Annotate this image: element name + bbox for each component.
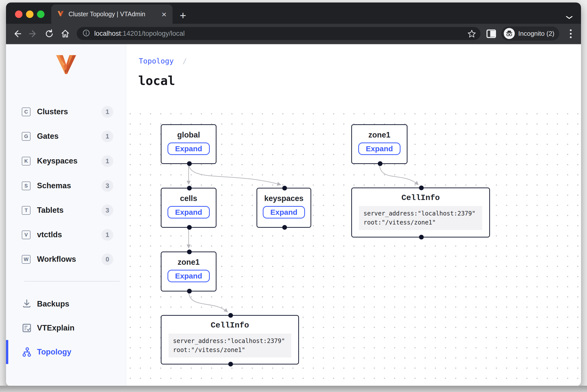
- workflows-letter-icon: W: [22, 255, 30, 264]
- tab-close-icon[interactable]: ×: [162, 10, 166, 18]
- kebab-menu-icon[interactable]: [563, 26, 579, 42]
- count-badge: 1: [102, 155, 113, 167]
- close-window-button[interactable]: [15, 10, 22, 18]
- tab-title: Cluster Topology | VTAdmin: [68, 10, 157, 18]
- expand-button[interactable]: Expand: [358, 142, 400, 155]
- handle-bottom: [419, 235, 424, 240]
- zoom-window-button[interactable]: [37, 10, 44, 18]
- sidebar: C Clusters 1 G Gates 1 K Keyspaces 1 S S…: [6, 44, 126, 386]
- handle-bottom: [187, 289, 192, 294]
- count-badge: 1: [102, 229, 113, 241]
- expand-button[interactable]: Expand: [168, 206, 210, 218]
- handle-top: [282, 186, 287, 190]
- incognito-icon: [504, 28, 515, 39]
- breadcrumb: Topology /: [139, 57, 187, 65]
- tablets-letter-icon: T: [22, 206, 30, 215]
- reload-icon[interactable]: [41, 26, 57, 42]
- url-host: localhost: [94, 30, 121, 37]
- side-panel-icon[interactable]: [483, 26, 499, 42]
- handle-bottom: [187, 161, 192, 166]
- sidebar-item-backups[interactable]: Backups: [6, 292, 126, 316]
- sidebar-item-clusters[interactable]: C Clusters 1: [6, 100, 126, 124]
- node-keyspaces[interactable]: keyspaces Expand: [256, 188, 311, 228]
- sidebar-item-topology[interactable]: Topology: [6, 340, 126, 364]
- vtctlds-letter-icon: V: [22, 230, 30, 239]
- node-cellinfo-bottom[interactable]: CellInfo server_address:"localhost:2379"…: [161, 315, 299, 364]
- handle-top: [419, 186, 424, 190]
- handle-bottom: [378, 161, 382, 166]
- handle-top: [187, 250, 192, 254]
- incognito-badge[interactable]: Incognito (2): [501, 26, 559, 40]
- incognito-label: Incognito (2): [518, 30, 554, 38]
- handle-bottom: [187, 225, 192, 230]
- node-cellinfo-zone1[interactable]: CellInfo server_address:"localhost:2379"…: [351, 188, 490, 238]
- breadcrumb-separator: /: [182, 57, 187, 65]
- topology-canvas[interactable]: global Expand zone1 Expand cells Expand: [126, 108, 581, 386]
- node-zone1-under-cells[interactable]: zone1 Expand: [161, 252, 216, 292]
- site-info-icon[interactable]: [82, 29, 90, 38]
- window-drop-shadow: [0, 386, 587, 392]
- expand-button[interactable]: Expand: [168, 142, 210, 155]
- sidebar-item-schemas[interactable]: S Schemas 3: [6, 174, 126, 198]
- browser-toolbar: localhost:14201/topology/local Incognito…: [6, 24, 581, 44]
- count-badge: 1: [102, 130, 113, 142]
- main-content: Topology / local: [126, 44, 581, 386]
- back-icon[interactable]: [9, 26, 25, 42]
- new-tab-button[interactable]: +: [180, 10, 186, 21]
- browser-tab[interactable]: Cluster Topology | VTAdmin ×: [51, 4, 172, 24]
- download-icon: [22, 299, 32, 309]
- page-title: local: [138, 74, 175, 88]
- node-global[interactable]: global Expand: [161, 124, 216, 164]
- topology-icon: [22, 347, 32, 357]
- tab-search-chevron-icon[interactable]: [566, 14, 573, 21]
- node-zone1-top[interactable]: zone1 Expand: [351, 124, 408, 164]
- gates-letter-icon: G: [22, 132, 30, 141]
- url-text: localhost:14201/topology/local: [94, 30, 185, 38]
- sidebar-item-gates[interactable]: G Gates 1: [6, 124, 126, 148]
- node-cells[interactable]: cells Expand: [161, 188, 216, 228]
- sidebar-item-vtexplain[interactable]: VTExplain: [6, 316, 126, 340]
- count-badge: 1: [102, 106, 113, 118]
- url-bar[interactable]: localhost:14201/topology/local: [77, 27, 480, 40]
- clusters-letter-icon: C: [22, 108, 30, 116]
- sidebar-item-vtctlds[interactable]: V vtctlds 1: [6, 223, 126, 247]
- vitess-logo: [6, 54, 126, 75]
- handle-top: [187, 186, 192, 190]
- document-check-icon: [22, 323, 32, 333]
- bookmark-star-icon[interactable]: [464, 26, 480, 42]
- sidebar-item-keyspaces[interactable]: K Keyspaces 1: [6, 149, 126, 173]
- browser-window: Cluster Topology | VTAdmin × + localhost…: [6, 2, 581, 386]
- minimize-window-button[interactable]: [26, 10, 34, 18]
- url-path: :14201/topology/local: [121, 30, 185, 37]
- count-badge: 3: [102, 204, 113, 216]
- handle-bottom: [282, 225, 287, 230]
- keyspaces-letter-icon: K: [22, 157, 30, 166]
- active-item-indicator: [6, 340, 8, 364]
- forward-icon[interactable]: [25, 26, 41, 42]
- schemas-letter-icon: S: [22, 182, 30, 190]
- home-icon[interactable]: [57, 26, 73, 42]
- vitess-favicon-icon: [57, 10, 64, 18]
- breadcrumb-topology-link[interactable]: Topology: [139, 57, 174, 65]
- cellinfo-code: server_address:"localhost:2379" root:"/v…: [168, 334, 291, 358]
- cellinfo-code: server_address:"localhost:2379" root:"/v…: [359, 206, 482, 230]
- count-badge: 0: [102, 254, 113, 265]
- count-badge: 3: [102, 180, 113, 192]
- expand-button[interactable]: Expand: [168, 270, 210, 282]
- handle-top: [228, 313, 233, 318]
- sidebar-item-workflows[interactable]: W Workflows 0: [6, 247, 126, 271]
- sidebar-item-tablets[interactable]: T Tablets 3: [6, 198, 126, 222]
- tab-strip: Cluster Topology | VTAdmin × +: [6, 2, 581, 24]
- expand-button[interactable]: Expand: [263, 206, 305, 218]
- handle-bottom: [228, 362, 233, 366]
- sidebar-divider: [24, 281, 120, 282]
